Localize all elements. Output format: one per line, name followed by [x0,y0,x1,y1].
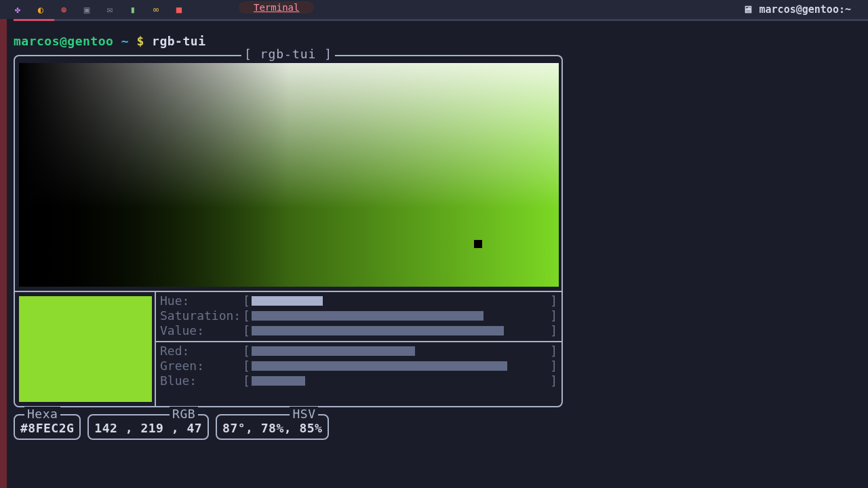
rgb-output[interactable]: RGB 142 , 219 , 47 [87,414,209,440]
prompt-user-host: marcos@gentoo [14,34,113,48]
slider-label: Blue: [160,373,243,388]
slider-row[interactable]: Saturation:[] [160,308,557,323]
tab-underline [14,19,868,21]
slider-label: Green: [160,359,243,373]
folder-icon[interactable]: ▮ [127,4,138,15]
color-field-wrap [15,56,561,291]
rgb-value: 142 , 219 , 47 [94,421,202,435]
slider-row[interactable]: Value:[] [160,323,557,338]
prompt-command: rgb-tui [152,34,205,48]
monitor-icon[interactable]: ▣ [81,4,92,15]
gamepad-icon[interactable]: ∞ [151,4,161,15]
slider-track[interactable] [252,345,549,357]
color-field-cursor[interactable] [474,240,482,248]
slider-label: Hue: [160,293,243,308]
slider-row[interactable]: Blue:[] [160,373,557,388]
output-boxes: Hexa #8FEC2G RGB 142 , 219 , 47 HSV 87°,… [14,414,861,440]
desktop-taskbar: ✤ ◐ ⊛ ▣ ✉ ▮ ∞ ■ Terminal 🖥 marcos@gentoo… [0,0,868,19]
slider-row[interactable]: Green:[] [160,359,557,373]
hsv-title: HSV [290,407,318,422]
slider-fill [252,376,305,386]
prompt-path: ~ [121,34,129,48]
terminal-pane[interactable]: marcos@gentoo ~ $ rgb-tui [ rgb-tui ] Hu… [0,19,868,488]
bracket-close: ] [550,344,557,359]
taskbar-window-title: 🖥 marcos@gentoo:~ [743,0,851,19]
slider-label: Saturation: [160,308,243,323]
hexa-output[interactable]: Hexa #8FEC2G [14,414,81,440]
slider-track[interactable] [252,295,549,307]
taskbar-active-window[interactable]: Terminal [239,1,314,14]
bracket-close: ] [550,293,557,308]
bracket-open: [ [243,293,250,308]
bracket-open: [ [243,323,250,338]
bracket-open: [ [243,308,250,323]
slider-fill [252,296,323,306]
bracket-close: ] [550,323,557,338]
swatch-box [15,292,156,406]
slider-fill [252,311,484,321]
sliders-panel: Hue:[]Saturation:[]Value:[] Red:[]Green:… [156,292,561,406]
slider-fill [252,326,505,336]
slider-track[interactable] [252,310,549,322]
rgb-slider-group: Red:[]Green:[]Blue:[] [156,341,561,391]
slider-row[interactable]: Hue:[] [160,293,557,308]
slider-fill [252,361,507,371]
hsv-output[interactable]: HSV 87°, 78%, 85% [216,414,329,440]
mail-icon[interactable]: ✉ [104,4,115,15]
color-swatch [19,296,152,402]
ubuntu-icon[interactable]: ⊛ [58,4,69,15]
rgb-tui-frame: [ rgb-tui ] Hue:[]Saturation:[]Value:[] … [14,55,563,407]
rgb-title: RGB [170,407,198,422]
tui-lower: Hue:[]Saturation:[]Value:[] Red:[]Green:… [15,291,561,406]
window-title-text: marcos@gentoo:~ [760,3,851,16]
slider-track[interactable] [252,375,549,387]
gentoo-icon[interactable]: ✤ [12,4,23,15]
bracket-close: ] [550,308,557,323]
slider-label: Value: [160,323,243,338]
bracket-close: ] [550,359,557,373]
slider-fill [252,346,415,356]
record-icon[interactable]: ■ [174,4,184,15]
slider-label: Red: [160,344,243,359]
slider-track[interactable] [252,360,549,372]
shell-prompt-line: marcos@gentoo ~ $ rgb-tui [8,24,867,52]
bracket-open: [ [243,344,250,359]
hexa-value: #8FEC2G [20,421,74,435]
prompt-symbol: $ [136,34,144,48]
slider-track[interactable] [252,325,549,337]
bracket-open: [ [243,373,250,388]
bracket-open: [ [243,359,250,373]
bracket-close: ] [550,373,557,388]
hexa-title: Hexa [24,407,60,422]
color-field[interactable] [19,63,559,287]
hsv-slider-group: Hue:[]Saturation:[]Value:[] [156,292,561,341]
display-icon: 🖥 [743,3,753,16]
slider-row[interactable]: Red:[] [160,344,557,359]
firefox-icon[interactable]: ◐ [35,4,46,15]
hsv-value: 87°, 78%, 85% [222,421,322,435]
tui-title: [ rgb-tui ] [241,47,335,61]
taskbar-icons: ✤ ◐ ⊛ ▣ ✉ ▮ ∞ ■ [12,4,184,15]
